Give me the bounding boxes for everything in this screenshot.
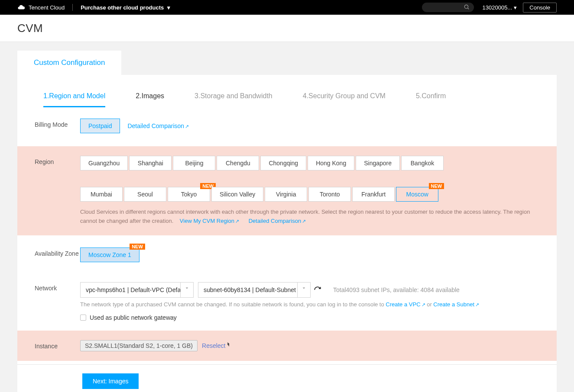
billing-postpaid[interactable]: Postpaid [80, 119, 120, 133]
svg-line-1 [467, 8, 469, 9]
region-tokyo[interactable]: TokyoNEW [168, 187, 210, 202]
step-region-model[interactable]: 1.Region and Model [43, 92, 105, 107]
chevron-down-icon[interactable]: ˅ [180, 283, 193, 297]
brand[interactable]: Tencent Cloud [17, 3, 65, 11]
view-my-cvm-region-link[interactable]: View My CVM Region↗ [180, 218, 239, 224]
region-compare-link[interactable]: Detailed Comparison↗ [249, 218, 306, 224]
section-instance: Instance S2.SMALL1(Standard S2, 1-core, … [17, 331, 557, 361]
config-tabs: Custom Configuration [17, 51, 557, 75]
cloud-logo-icon [17, 3, 25, 11]
network-label: Network [35, 282, 80, 321]
gateway-checkbox-row[interactable]: Used as public network gateway [80, 314, 539, 321]
instance-chip: S2.SMALL1(Standard S2, 1-core, 1 GB) [80, 340, 198, 351]
section-region: Region GuangzhouShanghaiBeijingChengduCh… [17, 146, 557, 235]
region-moscow[interactable]: MoscowNEW [396, 187, 438, 202]
user-label: 13020005... [483, 4, 512, 11]
billing-label: Billing Mode [35, 119, 80, 137]
region-hong-kong[interactable]: Hong Kong [308, 156, 354, 170]
az-moscow-zone-1[interactable]: Moscow Zone 1 NEW [80, 247, 139, 262]
subnet-select[interactable]: subnet-60by8134 | Default-Subnet (Defa ˅ [198, 282, 311, 298]
gateway-checkbox[interactable] [80, 315, 86, 321]
region-shanghai[interactable]: Shanghai [129, 156, 172, 170]
user-menu[interactable]: 13020005... ▾ [483, 4, 517, 11]
step-security-cvm[interactable]: 4.Security Group and CVM [303, 92, 386, 107]
nav-divider [72, 4, 73, 11]
config-panel: 1.Region and Model 2.Images 3.Storage an… [17, 75, 557, 392]
region-row-2: MumbaiSeoulTokyoNEWSilicon ValleyVirgini… [80, 187, 539, 205]
section-availability-zone: Availability Zone Moscow Zone 1 NEW [17, 235, 557, 278]
region-help: Cloud Services in different regions cann… [80, 208, 539, 226]
wizard-steps: 1.Region and Model 2.Images 3.Storage an… [17, 79, 557, 109]
external-link-icon: ↗ [185, 124, 189, 129]
search-box[interactable] [422, 3, 474, 12]
brand-text: Tencent Cloud [29, 4, 65, 11]
region-row-1: GuangzhouShanghaiBeijingChengduChongqing… [80, 156, 539, 174]
step-storage-bandwidth[interactable]: 3.Storage and Bandwidth [195, 92, 272, 107]
region-silicon-valley[interactable]: Silicon Valley [211, 187, 263, 202]
region-frankfurt[interactable]: Frankfurt [352, 187, 395, 202]
region-toronto[interactable]: Toronto [308, 187, 351, 202]
external-link-icon: ↗ [475, 302, 479, 307]
step-confirm[interactable]: 5.Confirm [416, 92, 446, 107]
cursor-pointer-icon [224, 341, 231, 350]
vpc-value: vpc-hmps6ho1 | Default-VPC (Default) | [81, 283, 180, 297]
region-virginia[interactable]: Virginia [265, 187, 307, 202]
wizard-footer: Next: Images [17, 364, 557, 392]
page-header: CVM [0, 15, 574, 42]
chevron-down-icon[interactable]: ˅ [297, 283, 310, 297]
region-chengdu[interactable]: Chengdu [217, 156, 259, 170]
instance-reselect-link[interactable]: Reselect [202, 342, 225, 349]
new-badge: NEW [130, 244, 145, 250]
chevron-down-icon: ▾ [167, 4, 170, 11]
gateway-label: Used as public network gateway [90, 314, 177, 321]
region-singapore[interactable]: Singapore [356, 156, 400, 170]
chevron-down-icon: ▾ [514, 4, 517, 11]
region-chongqing[interactable]: Chongqing [260, 156, 306, 170]
billing-compare-link[interactable]: Detailed Comparison↗ [127, 122, 189, 129]
external-link-icon: ↗ [302, 218, 306, 224]
create-subnet-link[interactable]: Create a Subnet↗ [433, 301, 479, 308]
region-bangkok[interactable]: Bangkok [401, 156, 444, 170]
region-guangzhou[interactable]: Guangzhou [80, 156, 128, 170]
section-billing: Billing Mode Postpaid Detailed Compariso… [17, 109, 557, 146]
network-help: The network type of a purchased CVM cann… [80, 300, 539, 309]
top-nav: Tencent Cloud Purchase other cloud produ… [0, 0, 574, 15]
external-link-icon: ↗ [422, 302, 425, 307]
section-network: Network vpc-hmps6ho1 | Default-VPC (Defa… [17, 278, 557, 331]
region-label: Region [35, 156, 80, 226]
products-label: Purchase other cloud products [81, 4, 164, 11]
products-dropdown[interactable]: Purchase other cloud products ▾ [81, 4, 170, 11]
region-mumbai[interactable]: Mumbai [80, 187, 123, 202]
subnet-ip-info: Total4093 subnet IPs, available: 4084 av… [333, 286, 460, 293]
page-title: CVM [17, 22, 43, 35]
new-badge: NEW [429, 183, 444, 189]
console-button[interactable]: Console [523, 3, 557, 13]
next-images-button[interactable]: Next: Images [82, 373, 139, 389]
vpc-select[interactable]: vpc-hmps6ho1 | Default-VPC (Default) | ˅ [80, 282, 194, 298]
create-vpc-link[interactable]: Create a VPC↗ [386, 301, 425, 308]
region-seoul[interactable]: Seoul [124, 187, 166, 202]
svg-point-0 [464, 5, 468, 8]
region-beijing[interactable]: Beijing [173, 156, 215, 170]
subnet-value: subnet-60by8134 | Default-Subnet (Defa [198, 283, 297, 297]
search-icon [464, 4, 470, 11]
instance-label: Instance [35, 340, 80, 351]
az-label: Availability Zone [35, 247, 80, 266]
external-link-icon: ↗ [235, 218, 239, 224]
refresh-network-button[interactable] [311, 282, 324, 298]
tab-custom-configuration[interactable]: Custom Configuration [17, 51, 121, 75]
step-images[interactable]: 2.Images [136, 92, 164, 107]
